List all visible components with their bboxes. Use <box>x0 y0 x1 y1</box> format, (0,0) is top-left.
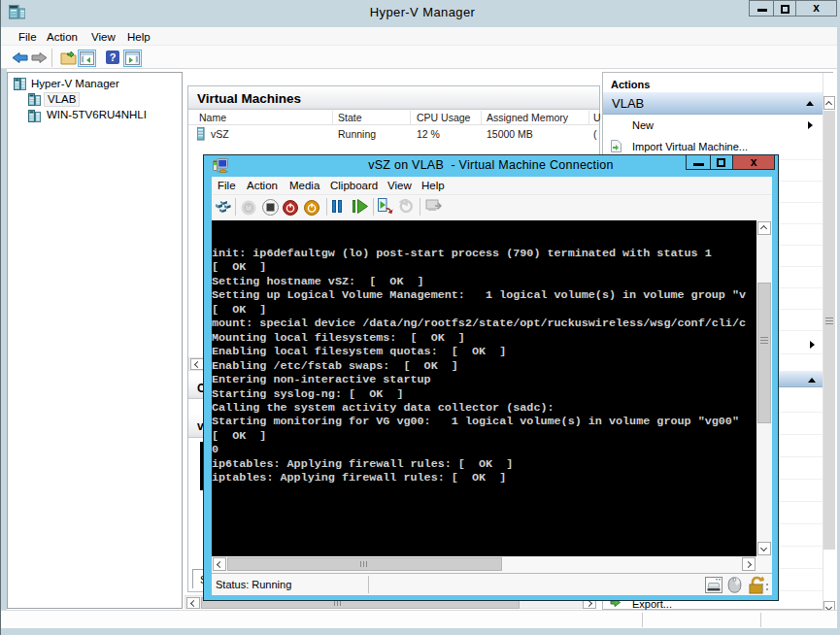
svg-text:?: ? <box>110 51 117 63</box>
